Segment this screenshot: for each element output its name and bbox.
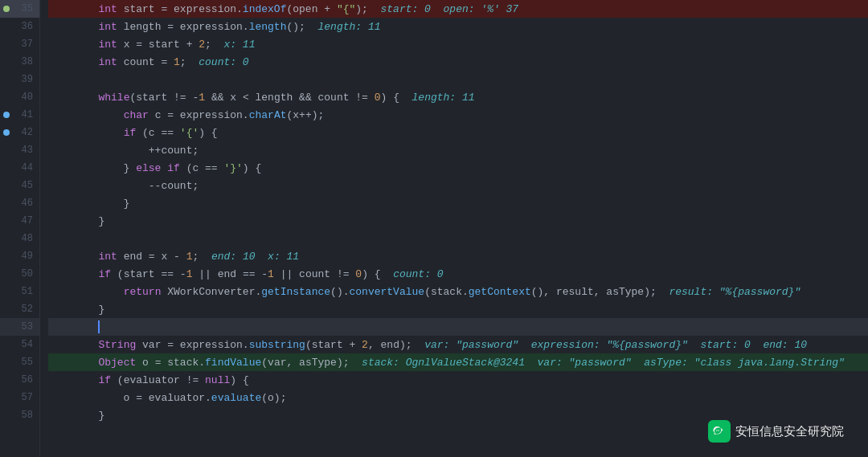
line-number: 41: [22, 109, 33, 120]
code-token: int: [98, 21, 117, 33]
code-line: --count;: [48, 177, 868, 194]
code-line: }: [48, 300, 868, 318]
code-token: XWorkConverter.: [161, 286, 261, 298]
code-token: (x++);: [286, 109, 324, 121]
code-token: }: [48, 198, 129, 210]
code-token: String: [98, 339, 136, 351]
code-token: (open +: [286, 3, 336, 15]
code-token: && x < length && count !=: [205, 92, 375, 104]
code-token: ().: [330, 286, 349, 298]
code-token: int: [98, 39, 117, 51]
line-number: 42: [22, 127, 33, 138]
code-token: (c ==: [180, 162, 224, 174]
line-number: 36: [22, 21, 33, 32]
code-token: --count;: [48, 180, 199, 192]
code-line: int x = start + 2; x: 11: [48, 35, 868, 53]
green-dot: [3, 6, 10, 12]
code-token: [48, 251, 98, 263]
code-token: var = expression.: [136, 339, 248, 351]
code-token: o = stack.: [136, 357, 205, 369]
code-token: [48, 92, 98, 104]
line-number: 39: [22, 74, 33, 85]
code-token: }: [48, 304, 104, 316]
code-token: Object: [98, 357, 136, 369]
code-token: if: [98, 374, 111, 386]
code-token: ++count;: [48, 145, 199, 157]
gutter-line: 37: [0, 35, 39, 53]
gutter-line: 42: [0, 124, 39, 141]
code-token: getInstance: [261, 286, 330, 298]
line-number: 38: [22, 56, 33, 67]
code-token: stack: OgnlValueStack@3241 var: "passwor…: [362, 357, 845, 369]
code-token: [48, 109, 124, 121]
line-number: 49: [22, 251, 33, 262]
gutter-line: 39: [0, 71, 39, 88]
code-token: ) {: [199, 127, 217, 139]
editor-container: 3536373839404142434445464748495051525354…: [0, 0, 868, 457]
code-token: count: 0: [393, 268, 443, 280]
code-token: [48, 339, 98, 351]
code-token: o = evaluator.: [48, 392, 211, 404]
gutter-line: 38: [0, 53, 39, 71]
code-line: if (evaluator != null) {: [48, 371, 868, 389]
code-token: ;: [205, 39, 223, 51]
code-token: [48, 321, 98, 333]
code-token: while: [98, 92, 129, 104]
code-token: ;: [180, 56, 199, 68]
code-token: (start +: [305, 339, 362, 351]
code-token: (), result, asType);: [531, 286, 669, 298]
code-token: end = x -: [117, 251, 186, 263]
code-token: if: [124, 127, 137, 139]
code-token: length: [249, 21, 287, 33]
code-token: start: 0 open: '%' 37: [381, 3, 519, 15]
code-token: count: 0: [199, 56, 248, 68]
code-line: char c = expression.charAt(x++);: [48, 106, 868, 124]
code-token: '{': [180, 127, 199, 139]
code-token: null: [205, 374, 230, 386]
code-token: }: [48, 410, 104, 422]
code-line: if (start == -1 || end == -1 || count !=…: [48, 265, 868, 283]
code-token: (var, asType);: [261, 357, 362, 369]
code-line: int length = expression.length(); length…: [48, 18, 868, 35]
line-number: 57: [22, 392, 33, 403]
code-line: String var = expression.substring(start …: [48, 336, 868, 353]
code-token: }: [48, 162, 136, 174]
code-token: (stack.: [424, 286, 469, 298]
code-token: [48, 374, 98, 386]
code-token: [48, 56, 98, 68]
code-token: 1: [174, 56, 180, 68]
code-line: } else if (c == '}') {: [48, 159, 868, 177]
code-token: [48, 127, 124, 139]
code-token: evaluate: [211, 392, 261, 404]
gutter-line: 51: [0, 283, 39, 300]
wechat-icon: [708, 420, 731, 443]
blue-dot: [3, 129, 10, 136]
code-line: int start = expression.indexOf(open + "{…: [48, 0, 868, 18]
code-token: int: [98, 3, 117, 15]
code-token: int: [98, 56, 117, 68]
gutter-line: 48: [0, 230, 39, 247]
code-token: [48, 286, 124, 298]
line-number: 46: [22, 198, 33, 209]
line-number: 50: [22, 268, 33, 280]
code-area: int start = expression.indexOf(open + "{…: [40, 0, 868, 457]
line-number: 51: [22, 286, 33, 297]
line-number: 53: [22, 321, 33, 333]
gutter-line: 52: [0, 300, 39, 318]
code-token: 1: [186, 268, 193, 280]
code-token: end: 10 x: 11: [211, 251, 299, 263]
line-number: 37: [22, 39, 33, 50]
code-token: substring: [249, 339, 305, 351]
code-token: findValue: [205, 357, 261, 369]
gutter-line: 45: [0, 177, 39, 194]
code-token: 0: [355, 268, 362, 280]
gutter-line: 40: [0, 88, 39, 106]
gutter-line: 50: [0, 265, 39, 283]
code-line: int end = x - 1; end: 10 x: 11: [48, 247, 868, 265]
code-token: int: [98, 251, 117, 263]
code-token: charAt: [249, 109, 287, 121]
code-token: ;: [192, 251, 211, 263]
line-number: 55: [22, 357, 33, 368]
code-token: length: 11: [317, 21, 380, 33]
code-token: x: 11: [223, 39, 255, 51]
